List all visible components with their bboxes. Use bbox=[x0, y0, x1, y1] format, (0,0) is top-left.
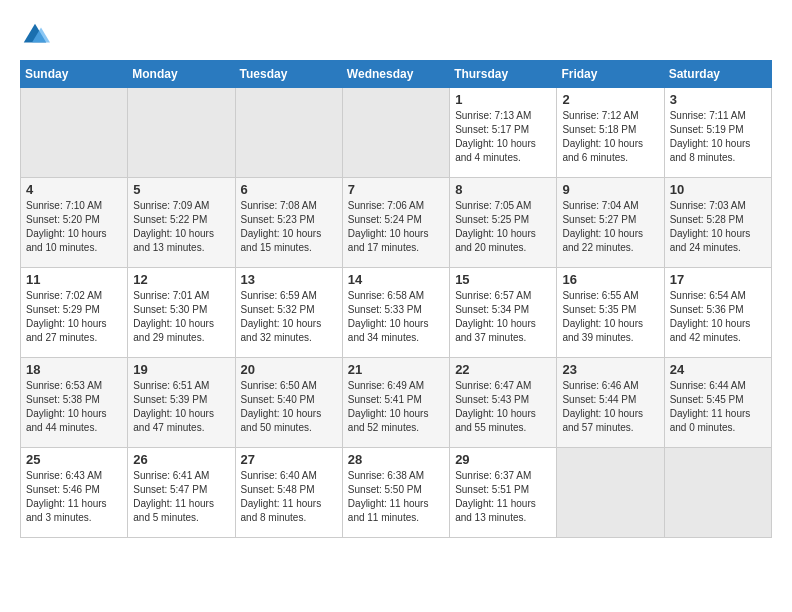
calendar-cell: 13Sunrise: 6:59 AM Sunset: 5:32 PM Dayli… bbox=[235, 268, 342, 358]
calendar-cell: 10Sunrise: 7:03 AM Sunset: 5:28 PM Dayli… bbox=[664, 178, 771, 268]
weekday-header-sunday: Sunday bbox=[21, 61, 128, 88]
day-number: 22 bbox=[455, 362, 551, 377]
day-info: Sunrise: 6:40 AM Sunset: 5:48 PM Dayligh… bbox=[241, 469, 337, 525]
day-number: 25 bbox=[26, 452, 122, 467]
day-number: 9 bbox=[562, 182, 658, 197]
calendar-cell: 6Sunrise: 7:08 AM Sunset: 5:23 PM Daylig… bbox=[235, 178, 342, 268]
calendar-cell bbox=[235, 88, 342, 178]
day-info: Sunrise: 7:05 AM Sunset: 5:25 PM Dayligh… bbox=[455, 199, 551, 255]
day-info: Sunrise: 6:59 AM Sunset: 5:32 PM Dayligh… bbox=[241, 289, 337, 345]
day-number: 2 bbox=[562, 92, 658, 107]
day-info: Sunrise: 6:58 AM Sunset: 5:33 PM Dayligh… bbox=[348, 289, 444, 345]
calendar-cell: 14Sunrise: 6:58 AM Sunset: 5:33 PM Dayli… bbox=[342, 268, 449, 358]
day-number: 28 bbox=[348, 452, 444, 467]
day-info: Sunrise: 6:41 AM Sunset: 5:47 PM Dayligh… bbox=[133, 469, 229, 525]
calendar-cell: 22Sunrise: 6:47 AM Sunset: 5:43 PM Dayli… bbox=[450, 358, 557, 448]
calendar-cell bbox=[21, 88, 128, 178]
calendar-cell: 27Sunrise: 6:40 AM Sunset: 5:48 PM Dayli… bbox=[235, 448, 342, 538]
day-info: Sunrise: 6:46 AM Sunset: 5:44 PM Dayligh… bbox=[562, 379, 658, 435]
day-number: 13 bbox=[241, 272, 337, 287]
calendar-week-row: 4Sunrise: 7:10 AM Sunset: 5:20 PM Daylig… bbox=[21, 178, 772, 268]
day-info: Sunrise: 6:50 AM Sunset: 5:40 PM Dayligh… bbox=[241, 379, 337, 435]
calendar-cell: 1Sunrise: 7:13 AM Sunset: 5:17 PM Daylig… bbox=[450, 88, 557, 178]
day-info: Sunrise: 6:49 AM Sunset: 5:41 PM Dayligh… bbox=[348, 379, 444, 435]
calendar-cell: 2Sunrise: 7:12 AM Sunset: 5:18 PM Daylig… bbox=[557, 88, 664, 178]
day-info: Sunrise: 6:57 AM Sunset: 5:34 PM Dayligh… bbox=[455, 289, 551, 345]
day-info: Sunrise: 6:54 AM Sunset: 5:36 PM Dayligh… bbox=[670, 289, 766, 345]
day-info: Sunrise: 6:53 AM Sunset: 5:38 PM Dayligh… bbox=[26, 379, 122, 435]
day-number: 1 bbox=[455, 92, 551, 107]
calendar-cell: 17Sunrise: 6:54 AM Sunset: 5:36 PM Dayli… bbox=[664, 268, 771, 358]
day-number: 17 bbox=[670, 272, 766, 287]
day-number: 5 bbox=[133, 182, 229, 197]
day-info: Sunrise: 7:02 AM Sunset: 5:29 PM Dayligh… bbox=[26, 289, 122, 345]
day-info: Sunrise: 7:08 AM Sunset: 5:23 PM Dayligh… bbox=[241, 199, 337, 255]
calendar-cell: 19Sunrise: 6:51 AM Sunset: 5:39 PM Dayli… bbox=[128, 358, 235, 448]
day-number: 15 bbox=[455, 272, 551, 287]
day-info: Sunrise: 6:44 AM Sunset: 5:45 PM Dayligh… bbox=[670, 379, 766, 435]
calendar-cell: 15Sunrise: 6:57 AM Sunset: 5:34 PM Dayli… bbox=[450, 268, 557, 358]
day-info: Sunrise: 6:37 AM Sunset: 5:51 PM Dayligh… bbox=[455, 469, 551, 525]
calendar-cell: 24Sunrise: 6:44 AM Sunset: 5:45 PM Dayli… bbox=[664, 358, 771, 448]
day-number: 7 bbox=[348, 182, 444, 197]
day-info: Sunrise: 7:03 AM Sunset: 5:28 PM Dayligh… bbox=[670, 199, 766, 255]
day-info: Sunrise: 6:51 AM Sunset: 5:39 PM Dayligh… bbox=[133, 379, 229, 435]
day-info: Sunrise: 7:10 AM Sunset: 5:20 PM Dayligh… bbox=[26, 199, 122, 255]
day-number: 24 bbox=[670, 362, 766, 377]
day-info: Sunrise: 6:38 AM Sunset: 5:50 PM Dayligh… bbox=[348, 469, 444, 525]
day-number: 4 bbox=[26, 182, 122, 197]
calendar-cell bbox=[128, 88, 235, 178]
day-number: 21 bbox=[348, 362, 444, 377]
calendar-cell: 23Sunrise: 6:46 AM Sunset: 5:44 PM Dayli… bbox=[557, 358, 664, 448]
calendar-cell: 29Sunrise: 6:37 AM Sunset: 5:51 PM Dayli… bbox=[450, 448, 557, 538]
day-number: 6 bbox=[241, 182, 337, 197]
day-info: Sunrise: 7:01 AM Sunset: 5:30 PM Dayligh… bbox=[133, 289, 229, 345]
calendar-cell: 25Sunrise: 6:43 AM Sunset: 5:46 PM Dayli… bbox=[21, 448, 128, 538]
calendar-cell: 7Sunrise: 7:06 AM Sunset: 5:24 PM Daylig… bbox=[342, 178, 449, 268]
calendar-cell: 12Sunrise: 7:01 AM Sunset: 5:30 PM Dayli… bbox=[128, 268, 235, 358]
calendar-cell: 26Sunrise: 6:41 AM Sunset: 5:47 PM Dayli… bbox=[128, 448, 235, 538]
day-number: 23 bbox=[562, 362, 658, 377]
weekday-header-saturday: Saturday bbox=[664, 61, 771, 88]
day-info: Sunrise: 7:11 AM Sunset: 5:19 PM Dayligh… bbox=[670, 109, 766, 165]
logo bbox=[20, 20, 52, 50]
weekday-header-row: SundayMondayTuesdayWednesdayThursdayFrid… bbox=[21, 61, 772, 88]
weekday-header-thursday: Thursday bbox=[450, 61, 557, 88]
day-info: Sunrise: 7:09 AM Sunset: 5:22 PM Dayligh… bbox=[133, 199, 229, 255]
calendar-cell bbox=[664, 448, 771, 538]
calendar-cell: 3Sunrise: 7:11 AM Sunset: 5:19 PM Daylig… bbox=[664, 88, 771, 178]
day-number: 3 bbox=[670, 92, 766, 107]
calendar-cell: 11Sunrise: 7:02 AM Sunset: 5:29 PM Dayli… bbox=[21, 268, 128, 358]
day-number: 10 bbox=[670, 182, 766, 197]
logo-icon bbox=[20, 20, 50, 50]
day-number: 27 bbox=[241, 452, 337, 467]
day-info: Sunrise: 6:43 AM Sunset: 5:46 PM Dayligh… bbox=[26, 469, 122, 525]
day-info: Sunrise: 7:12 AM Sunset: 5:18 PM Dayligh… bbox=[562, 109, 658, 165]
page-header bbox=[20, 20, 772, 50]
day-number: 14 bbox=[348, 272, 444, 287]
day-info: Sunrise: 6:55 AM Sunset: 5:35 PM Dayligh… bbox=[562, 289, 658, 345]
weekday-header-monday: Monday bbox=[128, 61, 235, 88]
day-number: 8 bbox=[455, 182, 551, 197]
calendar-cell: 9Sunrise: 7:04 AM Sunset: 5:27 PM Daylig… bbox=[557, 178, 664, 268]
calendar-cell: 20Sunrise: 6:50 AM Sunset: 5:40 PM Dayli… bbox=[235, 358, 342, 448]
weekday-header-tuesday: Tuesday bbox=[235, 61, 342, 88]
day-number: 11 bbox=[26, 272, 122, 287]
calendar-cell: 28Sunrise: 6:38 AM Sunset: 5:50 PM Dayli… bbox=[342, 448, 449, 538]
day-info: Sunrise: 6:47 AM Sunset: 5:43 PM Dayligh… bbox=[455, 379, 551, 435]
calendar-cell bbox=[342, 88, 449, 178]
calendar-cell: 8Sunrise: 7:05 AM Sunset: 5:25 PM Daylig… bbox=[450, 178, 557, 268]
weekday-header-friday: Friday bbox=[557, 61, 664, 88]
day-number: 16 bbox=[562, 272, 658, 287]
day-number: 20 bbox=[241, 362, 337, 377]
calendar-cell: 21Sunrise: 6:49 AM Sunset: 5:41 PM Dayli… bbox=[342, 358, 449, 448]
calendar-week-row: 25Sunrise: 6:43 AM Sunset: 5:46 PM Dayli… bbox=[21, 448, 772, 538]
calendar-cell: 4Sunrise: 7:10 AM Sunset: 5:20 PM Daylig… bbox=[21, 178, 128, 268]
day-number: 29 bbox=[455, 452, 551, 467]
day-number: 19 bbox=[133, 362, 229, 377]
calendar-week-row: 18Sunrise: 6:53 AM Sunset: 5:38 PM Dayli… bbox=[21, 358, 772, 448]
day-info: Sunrise: 7:04 AM Sunset: 5:27 PM Dayligh… bbox=[562, 199, 658, 255]
weekday-header-wednesday: Wednesday bbox=[342, 61, 449, 88]
calendar-cell: 16Sunrise: 6:55 AM Sunset: 5:35 PM Dayli… bbox=[557, 268, 664, 358]
day-number: 26 bbox=[133, 452, 229, 467]
